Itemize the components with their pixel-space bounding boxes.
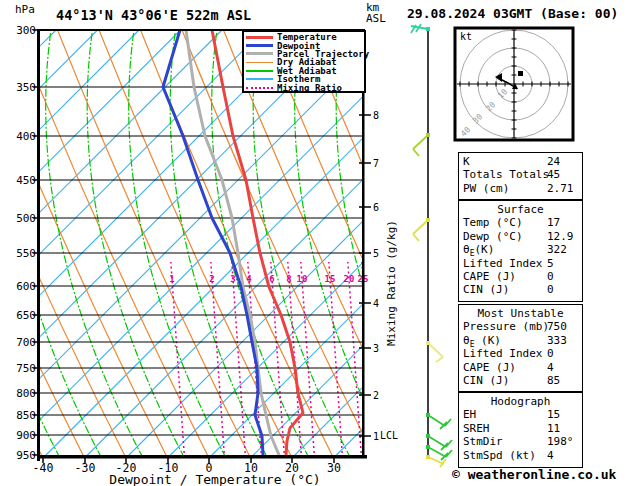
bottom-axis: [37, 455, 367, 459]
km-tick-label: 7: [373, 158, 379, 169]
table-row-value: 5: [547, 257, 554, 270]
km-tick-label: 5: [373, 248, 379, 259]
table-row-label: K: [463, 155, 470, 168]
table-row: StmDir198°: [459, 435, 582, 448]
table-row: StmSpd (kt)4: [459, 449, 582, 462]
table-row-label: CIN (J): [463, 283, 509, 296]
legend-label: Temperature: [277, 33, 337, 41]
table-row: θE (K)333: [459, 334, 582, 347]
table-row: CAPE (J)4: [459, 361, 582, 374]
table-row-value: 198°: [547, 435, 574, 448]
left-axis: [37, 29, 40, 461]
table-row-label: CAPE (J): [463, 361, 516, 374]
mixing-ratio-axis-label: Mixing Ratio (g/kg): [385, 220, 398, 346]
mixing-ratio-tick-label: 20: [344, 274, 355, 284]
isotherm-line: [0, 30, 388, 458]
mixing-ratio-tick-label: 10: [297, 274, 308, 284]
pressure-tick-label: 650: [6, 309, 36, 322]
table-row-label: PW (cm): [463, 182, 509, 195]
table-row-value: 322: [547, 243, 567, 256]
mixing-ratio-tick-label: 3: [230, 274, 235, 284]
table-row: CAPE (J)0: [459, 270, 582, 283]
table-row-label: Totals Totals: [463, 168, 549, 181]
skewt-sounding-page: 1234681015202510203040 hPa 44°13'N 43°06…: [0, 0, 629, 486]
altitude-axis-unit: km ASL: [366, 2, 386, 24]
mixing-ratio-tick-label: 8: [286, 274, 291, 284]
pressure-tick-label: 750: [6, 362, 36, 375]
table-row-label: Pressure (mb): [463, 320, 549, 333]
right-border: [362, 30, 365, 458]
km-tick-label: 2: [373, 390, 379, 401]
mixing-ratio-tick-label: 4: [246, 274, 252, 284]
mixing-ratio-tick-label: 15: [325, 274, 336, 284]
table-row: Lifted Index0: [459, 347, 582, 360]
mixing-ratio-line: [348, 262, 362, 458]
copyright-label: © weatheronline.co.uk: [452, 467, 616, 482]
table-row-label: EH: [463, 408, 476, 421]
table-row-value: 17: [547, 216, 560, 229]
table-row: Lifted Index5: [459, 257, 582, 270]
pressure-tick-label: 400: [6, 130, 36, 143]
table-row-value: 12.9: [547, 230, 574, 243]
table-row-label: CAPE (J): [463, 270, 516, 283]
table-row-value: 2.71: [547, 182, 574, 195]
pressure-tick-label: 850: [6, 409, 36, 422]
legend-label: Isotherm: [277, 75, 320, 83]
pressure-tick-label: 300: [6, 24, 36, 37]
table-row: θE(K)322: [459, 243, 582, 256]
mixing-ratio-tick-label: 1: [169, 274, 174, 284]
km-tick-label: 3: [373, 343, 379, 354]
table-row-value: 11: [547, 422, 560, 435]
legend-swatch: [246, 78, 273, 80]
legend-swatch: [246, 70, 273, 72]
km-tick-label: 1: [373, 431, 379, 442]
page-title: 44°13'N 43°06'E 522m ASL: [56, 7, 251, 23]
table-row-value: 750: [547, 320, 567, 333]
km-tick-label: 4: [373, 298, 379, 309]
table-row-label: SREH: [463, 422, 490, 435]
pressure-unit-label: hPa: [15, 3, 35, 16]
legend-item: Mixing Ratio: [246, 83, 364, 91]
table-row-value: 24: [547, 155, 560, 168]
table-row-value: 85: [547, 374, 560, 387]
table-row-value: 0: [547, 270, 554, 283]
pressure-tick-label: 350: [6, 81, 36, 94]
legend-label: Mixing Ratio: [277, 84, 342, 92]
table-row-label: Dewp (°C): [463, 230, 523, 243]
pressure-tick-label: 800: [6, 387, 36, 400]
wind-barb: [426, 413, 451, 429]
table-row-value: 0: [547, 283, 554, 296]
table-row-value: 4: [547, 449, 554, 462]
table-row-value: 45: [547, 168, 560, 181]
table-row: CIN (J)0: [459, 283, 582, 296]
table-row-label: CIN (J): [463, 374, 509, 387]
pressure-tick-label: 900: [6, 429, 36, 442]
table-row: Temp (°C)17: [459, 216, 582, 229]
table-row: SREH11: [459, 422, 582, 435]
wind-barb: [411, 24, 430, 33]
pressure-tick-label: 950: [6, 449, 36, 462]
table-title: Most Unstable: [459, 307, 582, 320]
table-row: PW (cm)2.71: [459, 182, 582, 195]
legend-box: TemperatureDewpointParcel TrajectoryDry …: [242, 30, 366, 93]
altitude-unit-asl: ASL: [366, 13, 386, 24]
legend-swatch: [246, 62, 273, 64]
table-row-value: 333: [547, 334, 567, 347]
pressure-tick-label: 600: [6, 280, 36, 293]
run-date-label: 29.08.2024 03GMT (Base: 00): [407, 6, 618, 21]
table-row-value: 15: [547, 408, 560, 421]
table-most-unstable: Most UnstablePressure (mb)750θE (K)333Li…: [458, 304, 583, 392]
legend-swatch: [246, 44, 273, 47]
table-row: EH15: [459, 408, 582, 421]
table-row-label: Temp (°C): [463, 216, 523, 229]
mixing-ratio-tick-label: 2: [209, 274, 214, 284]
table-indices: K24Totals Totals45PW (cm)2.71: [458, 152, 583, 200]
legend-swatch: [246, 36, 273, 39]
table-row-label: Lifted Index: [463, 347, 542, 360]
pressure-tick-label: 550: [6, 247, 36, 260]
table-row: Totals Totals45: [459, 168, 582, 181]
table-row-value: 4: [547, 361, 554, 374]
table-title: Surface: [459, 203, 582, 216]
table-row: CIN (J)85: [459, 374, 582, 387]
legend-swatch: [246, 87, 273, 89]
